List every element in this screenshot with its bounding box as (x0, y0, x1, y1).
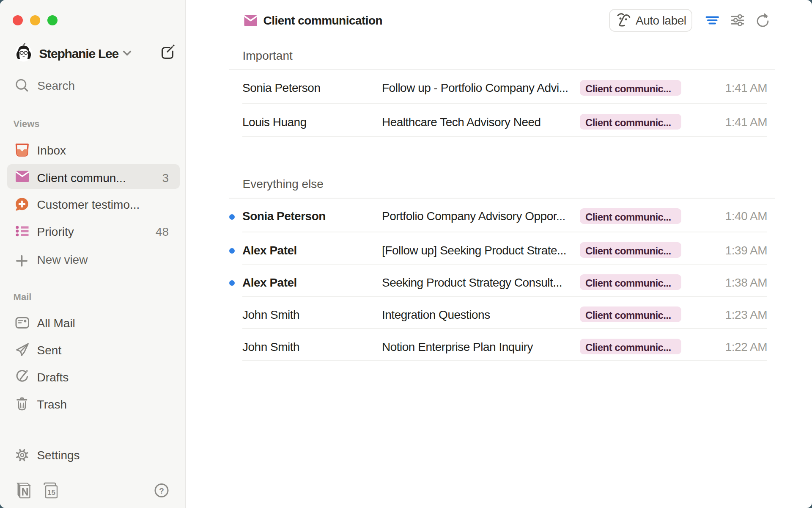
svg-text:?: ? (159, 486, 164, 495)
svg-text:15: 15 (47, 489, 55, 497)
